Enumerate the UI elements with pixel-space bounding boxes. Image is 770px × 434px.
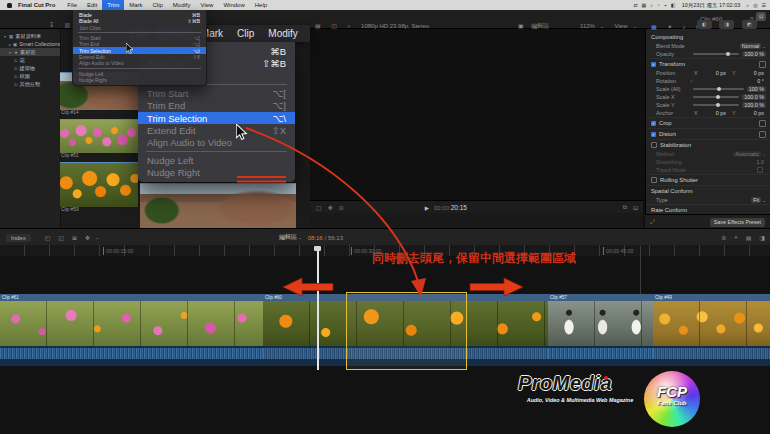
transform-checkbox[interactable]: ✓	[651, 62, 656, 67]
sidebar-item-keyword[interactable]: ⚿ 建築物	[0, 64, 60, 72]
save-effects-preset-button[interactable]: Save Effects Preset	[710, 218, 765, 227]
opacity-value[interactable]: 100.0 %	[742, 51, 766, 57]
viewer-zoom-level[interactable]: 112%	[580, 23, 595, 29]
keyword-editor-icon[interactable]: ▥	[64, 22, 70, 28]
position-y-value[interactable]: 0 px	[752, 70, 766, 76]
menubar-item-mark[interactable]: Mark	[124, 0, 147, 10]
crop-tool-icon[interactable]: ✥	[328, 204, 333, 211]
menubar-item-modify[interactable]: Modify	[168, 0, 196, 10]
scale-all-value[interactable]: 100 %	[747, 86, 766, 92]
sidebar-item-keyword[interactable]: ⚿ 校園	[0, 72, 60, 80]
scale-x-value[interactable]: 100.0 %	[742, 94, 766, 100]
crop-checkbox[interactable]: ✓	[651, 121, 656, 126]
range-selection[interactable]	[346, 292, 467, 370]
timeline-project-name[interactable]: 編輯區	[279, 233, 297, 242]
distort-checkbox[interactable]: ✓	[651, 132, 656, 137]
scale-x-row: Scale X 100.0 %	[646, 93, 770, 101]
status-icon[interactable]: ▦	[642, 2, 647, 8]
menubar-clock[interactable]: 10月23日 週五 17:02:03	[682, 2, 741, 9]
playhead[interactable]	[317, 246, 319, 370]
insert-edit-icon[interactable]: ◱	[58, 234, 64, 241]
timeline-clip[interactable]: Clip #49	[653, 294, 770, 366]
position-x-value[interactable]: 0 px	[714, 70, 728, 76]
clip-name-bar: Clip #49	[653, 294, 770, 301]
zoom-tool-icon[interactable]: ⌕	[347, 23, 350, 29]
scale-all-slider[interactable]	[693, 88, 744, 90]
menubar-item-trim[interactable]: Trim	[102, 0, 124, 10]
menubar-item-clip[interactable]: Clip	[147, 0, 167, 10]
viewer-pane-footer	[310, 213, 643, 228]
clip-appearance-icon[interactable]: ▤	[746, 234, 752, 241]
resize-handle-icon[interactable]: ⤢	[650, 219, 655, 226]
index-button[interactable]: Index	[6, 234, 31, 242]
rotation-value[interactable]: 0 °	[755, 78, 766, 84]
toggle-inspector-button[interactable]: ◩	[742, 20, 757, 29]
siri-icon[interactable]: ◎	[753, 2, 757, 8]
menubar-item-help[interactable]: Help	[250, 0, 272, 10]
append-edit-icon[interactable]: ⊞	[72, 234, 77, 241]
timeline-clip[interactable]: Clip #57	[548, 294, 654, 366]
status-icon[interactable]: ⇄	[633, 2, 637, 8]
apple-icon[interactable]	[7, 3, 12, 8]
color-inspector-icon[interactable]: ✦	[667, 24, 672, 30]
reset-icon[interactable]	[759, 61, 766, 68]
status-icon[interactable]: ⌁	[664, 2, 667, 8]
menubar-app-name[interactable]: Final Cut Pro	[18, 2, 55, 8]
scale-y-slider[interactable]	[693, 104, 739, 106]
notification-center-icon[interactable]: ☰	[762, 2, 766, 8]
browser-clip-thumbnail[interactable]	[60, 162, 138, 207]
smoothing-value[interactable]: 1.0	[755, 159, 767, 165]
rotation-dial-icon[interactable]: ○	[690, 78, 693, 84]
sidebar-item-library[interactable]: ▾ ▦ 素材資料庫	[0, 32, 60, 40]
sidebar-item-event[interactable]: ▾ ★ 素材區	[0, 48, 60, 56]
connect-edit-icon[interactable]: ◰	[45, 234, 51, 241]
distort-tool-icon[interactable]: ⊙	[339, 204, 344, 211]
stabilization-checkbox[interactable]	[651, 142, 657, 148]
type-select[interactable]: Fit	[751, 197, 761, 203]
menubar-item-edit[interactable]: Edit	[82, 0, 102, 10]
menu-divider	[146, 151, 287, 152]
transform-tool-icon[interactable]: ▢	[316, 204, 322, 211]
camera-icon[interactable]: ◫	[331, 23, 337, 29]
skimming-icon[interactable]: ≋	[721, 234, 726, 241]
loop-icon[interactable]: ⧉	[623, 204, 627, 211]
audio-inspector-icon[interactable]: ♪	[683, 24, 686, 30]
snapping-icon[interactable]: ⌖	[734, 234, 737, 241]
fullscreen-icon[interactable]: ⊡	[633, 204, 638, 211]
tripod-mode-checkbox[interactable]	[757, 167, 763, 173]
scale-y-value[interactable]: 100.0 %	[742, 102, 766, 108]
import-media-icon[interactable]: ↧	[49, 22, 54, 28]
video-inspector-icon[interactable]: ▦	[651, 24, 657, 30]
crop-icon[interactable]	[759, 120, 766, 127]
status-icon[interactable]: ◔	[657, 2, 660, 8]
status-icon[interactable]: ♪	[650, 2, 653, 8]
tool-palette-icon[interactable]: ✥	[85, 234, 90, 241]
sidebar-item-keyword[interactable]: ⚿ 花	[0, 56, 60, 64]
menubar-item-window[interactable]: Window	[218, 0, 249, 10]
sidebar-item-keyword[interactable]: ⚿ 其他分類	[0, 80, 60, 88]
zoom-control-icon[interactable]: ◨	[759, 234, 765, 241]
opacity-slider[interactable]	[693, 53, 739, 55]
effects-icon[interactable]: ▤	[315, 23, 321, 29]
annotation-text: 同時刪去頭尾，保留中間選擇範圍區域	[372, 250, 582, 267]
share-button[interactable]: ▤	[756, 12, 766, 21]
scale-x-slider[interactable]	[693, 96, 739, 98]
sidebar-item-smart-collections[interactable]: ▸ ▣ Smart Collections	[0, 40, 60, 48]
toggle-browser-button[interactable]: ◧	[697, 20, 712, 29]
timeline-clip[interactable]: Clip #61	[0, 294, 264, 366]
play-button[interactable]: ▶	[425, 205, 429, 211]
browser-clip-thumbnail[interactable]	[60, 119, 138, 153]
menubar-item-view[interactable]: View	[196, 0, 219, 10]
anchor-y-value[interactable]: 0 px	[752, 110, 766, 116]
anchor-x-value[interactable]: 0 px	[714, 110, 728, 116]
menubar-item-file[interactable]: File	[62, 0, 82, 10]
method-select[interactable]: Automatic	[733, 151, 761, 157]
rolling-shutter-checkbox[interactable]	[651, 177, 657, 183]
playhead-handle[interactable]	[314, 246, 321, 251]
blend-mode-select[interactable]: Normal	[740, 43, 761, 49]
distort-icon[interactable]	[759, 131, 766, 138]
search-icon[interactable]: ⌕	[746, 2, 749, 9]
view-menu-button[interactable]: View	[615, 23, 628, 29]
toggle-timeline-button[interactable]: ◨	[719, 20, 734, 29]
status-icon[interactable]: ◧	[671, 2, 676, 8]
